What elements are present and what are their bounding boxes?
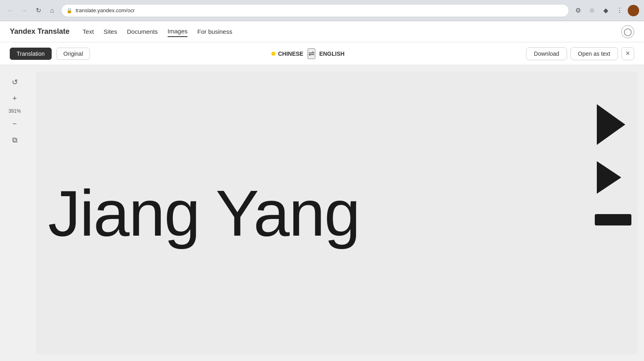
back-button[interactable]: ← [5,5,16,16]
nav-documents[interactable]: Documents [127,26,158,37]
nav-sites[interactable]: Sites [104,26,117,37]
home-button[interactable]: ⌂ [46,5,58,16]
svg-rect-2 [595,214,631,225]
browser-actions: ⚙ ☆ ◆ ⋮ [572,5,639,16]
browser-chrome: ← → ↻ ⌂ 🔒 translate.yandex.com/ocr ⚙ ☆ ◆… [0,0,644,21]
partial-chars-svg [593,92,637,263]
profile-avatar[interactable] [628,5,639,16]
header-right: ◯ [621,25,634,38]
bookmark-button[interactable]: ☆ [586,5,598,16]
swap-languages-button[interactable]: ⇌ [308,48,315,59]
address-bar[interactable]: 🔒 translate.yandex.com/ocr [61,4,569,17]
nav-links: Text Sites Documents Images For business [83,26,608,37]
zoom-in-icon: + [13,94,17,103]
nav-buttons: ← → ↻ ⌂ [5,5,58,16]
download-button[interactable]: Download [526,47,567,60]
toolbar-center: CHINESE ⇌ ENGLISH [95,48,521,59]
app-logo: Yandex Translate [10,27,70,36]
source-lang-indicator: CHINESE [271,50,303,57]
toolbar: Translation Original CHINESE ⇌ ENGLISH D… [0,42,644,65]
main-content: ↺ + 391% − ⧉ Jiang Yang [0,65,644,361]
svg-marker-0 [597,104,625,145]
menu-button[interactable]: ⋮ [614,5,625,16]
image-canvas: Jiang Yang [36,72,637,354]
zoom-out-button[interactable]: − [7,116,22,131]
rotate-icon: ↺ [12,78,18,87]
zoom-level: 391% [7,107,23,115]
rotate-button[interactable]: ↺ [7,75,22,90]
source-lang-label: CHINESE [278,50,303,57]
original-tab[interactable]: Original [57,48,90,60]
lock-icon: 🔒 [66,8,72,13]
forward-button[interactable]: → [19,5,30,16]
extensions-button[interactable]: ◆ [600,5,611,16]
url-text: translate.yandex.com/ocr [76,7,135,13]
refresh-button[interactable]: ↻ [33,5,44,16]
nav-for-business[interactable]: For business [197,26,232,37]
left-tools: ↺ + 391% − ⧉ [0,72,29,354]
main-translated-text: Jiang Yang [48,181,360,246]
open-as-text-button[interactable]: Open as text [570,47,618,60]
translated-text-overlay: Jiang Yang [36,72,637,354]
close-button[interactable]: × [621,47,634,60]
copy-icon: ⧉ [12,136,17,144]
nav-text[interactable]: Text [83,26,94,37]
lang-dot [271,52,275,56]
zoom-out-icon: − [13,120,17,128]
toolbar-right: Download Open as text × [526,47,634,60]
user-icon-button[interactable]: ◯ [621,25,634,38]
nav-images[interactable]: Images [168,26,188,37]
zoom-in-button[interactable]: + [7,91,22,106]
copy-button[interactable]: ⧉ [7,133,22,147]
svg-marker-1 [597,161,621,194]
profile-button[interactable]: ⚙ [572,5,584,16]
app-header: Yandex Translate Text Sites Documents Im… [0,21,644,42]
image-area: Jiang Yang [36,72,637,354]
target-lang-label: ENGLISH [319,50,345,57]
translation-tab[interactable]: Translation [10,48,52,60]
